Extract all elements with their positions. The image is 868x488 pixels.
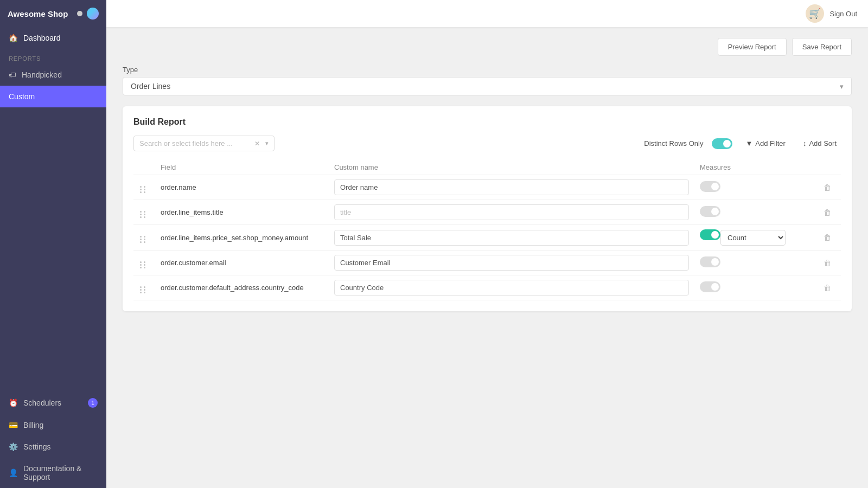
fields-search-box[interactable]: Search or select fields here ... ✕ ▾ xyxy=(133,136,275,151)
sidebar-item-schedulers[interactable]: ⏰ Schedulers 1 xyxy=(0,391,106,414)
sidebar-item-dashboard[interactable]: 🏠 Dashboard xyxy=(0,27,106,49)
custom-name-input[interactable] xyxy=(334,255,689,271)
field-name: order.line_items.price_set.shop_money.am… xyxy=(155,225,329,251)
delete-row-button[interactable]: 🗑 xyxy=(821,231,833,244)
measures-toggle-off[interactable] xyxy=(700,181,720,192)
sidebar-item-handpicked[interactable]: 🏷 Handpicked xyxy=(0,64,106,86)
delete-row-button[interactable]: 🗑 xyxy=(821,256,833,269)
fields-tbody: order.name🗑 order.line_items.title🗑 orde… xyxy=(133,175,841,300)
sidebar-item-billing[interactable]: 💳 Billing xyxy=(0,414,106,436)
sidebar: Awesome Shop 🏠 Dashboard REPORTS 🏷 Handp… xyxy=(0,0,106,488)
sidebar-item-label: Documentation & Support xyxy=(23,464,98,481)
tag-icon: 🏷 xyxy=(9,70,16,79)
measures-cell xyxy=(694,251,814,275)
custom-name-input[interactable] xyxy=(334,179,689,195)
drag-handle[interactable] xyxy=(133,251,155,275)
sidebar-item-custom[interactable]: Custom xyxy=(0,86,106,107)
custom-name-cell xyxy=(329,225,694,251)
search-dropdown-arrow-icon[interactable]: ▾ xyxy=(265,140,269,147)
measures-cell: CountSumAvgMinMax xyxy=(694,225,814,251)
home-icon: 🏠 xyxy=(9,34,18,42)
col-header-drag xyxy=(133,160,155,175)
build-report-title: Build Report xyxy=(133,117,841,127)
custom-name-input[interactable] xyxy=(334,230,689,246)
build-report-card: Build Report Search or select fields her… xyxy=(123,106,852,311)
delete-cell: 🗑 xyxy=(814,275,841,300)
custom-name-cell xyxy=(329,200,694,225)
custom-name-cell xyxy=(329,251,694,275)
measures-toggle-off[interactable] xyxy=(700,281,720,292)
measures-toggle-off[interactable] xyxy=(700,256,720,267)
delete-row-button[interactable]: 🗑 xyxy=(821,281,833,294)
col-header-field: Field xyxy=(155,160,329,175)
app-name: Awesome Shop xyxy=(8,9,73,18)
measures-cell xyxy=(694,175,814,200)
drag-handle[interactable] xyxy=(133,200,155,225)
drag-handle[interactable] xyxy=(133,175,155,200)
add-filter-button[interactable]: ▼ Add Filter xyxy=(741,137,790,150)
delete-cell: 🗑 xyxy=(814,200,841,225)
sidebar-section-reports: REPORTS xyxy=(0,49,106,64)
controls-right: Distinct Rows Only ▼ Add Filter ↕ Add So… xyxy=(644,137,841,150)
custom-name-input[interactable] xyxy=(334,204,689,220)
col-header-measures: Measures xyxy=(694,160,814,175)
delete-row-button[interactable]: 🗑 xyxy=(821,181,833,194)
content-area: Preview Report Save Report Type Order Li… xyxy=(106,27,868,488)
sidebar-item-label: Custom xyxy=(9,92,35,101)
field-name: order.customer.email xyxy=(155,251,329,275)
measures-toggle-off[interactable] xyxy=(700,206,720,217)
person-icon: 👤 xyxy=(9,468,18,477)
field-name: order.customer.default_address.country_c… xyxy=(155,275,329,300)
table-row: order.line_items.title🗑 xyxy=(133,200,841,225)
table-row: order.customer.default_address.country_c… xyxy=(133,275,841,300)
type-label: Type xyxy=(123,66,852,74)
custom-name-cell xyxy=(329,275,694,300)
delete-cell: 🗑 xyxy=(814,251,841,275)
sign-out-button[interactable]: Sign Out xyxy=(829,10,857,18)
filter-icon: ▼ xyxy=(745,139,752,147)
drag-handle[interactable] xyxy=(133,275,155,300)
measures-cell xyxy=(694,200,814,225)
action-row: Preview Report Save Report xyxy=(123,38,852,56)
custom-name-input[interactable] xyxy=(334,280,689,296)
sidebar-item-label: Billing xyxy=(23,421,43,429)
clock-icon: ⏰ xyxy=(9,399,18,407)
globe-icon xyxy=(87,8,99,20)
chevron-down-icon: ▾ xyxy=(840,82,844,91)
add-sort-button[interactable]: ↕ Add Sort xyxy=(799,137,841,150)
measures-select[interactable]: CountSumAvgMinMax xyxy=(720,230,786,246)
sidebar-bottom: ⏰ Schedulers 1 💳 Billing ⚙️ Settings 👤 D… xyxy=(0,391,106,488)
drag-handle[interactable] xyxy=(133,225,155,251)
search-controls-row: Search or select fields here ... ✕ ▾ Dis… xyxy=(133,136,841,151)
table-header: Field Custom name Measures xyxy=(133,160,841,175)
table-row: order.customer.email🗑 xyxy=(133,251,841,275)
type-section: Type Order Lines ▾ xyxy=(123,66,852,95)
save-report-button[interactable]: Save Report xyxy=(792,38,852,56)
field-name: order.line_items.title xyxy=(155,200,329,225)
main-content: 🛒 Sign Out Preview Report Save Report Ty… xyxy=(106,0,868,488)
measures-cell xyxy=(694,275,814,300)
table-row: order.line_items.price_set.shop_money.am… xyxy=(133,225,841,251)
type-select[interactable]: Order Lines ▾ xyxy=(123,77,852,95)
sidebar-item-label: Settings xyxy=(23,442,51,451)
preview-report-button[interactable]: Preview Report xyxy=(718,38,787,56)
search-placeholder: Search or select fields here ... xyxy=(139,139,251,147)
delete-cell: 🗑 xyxy=(814,225,841,251)
measures-toggle-on[interactable] xyxy=(700,229,720,240)
type-value: Order Lines xyxy=(131,82,170,91)
sort-icon: ↕ xyxy=(803,139,807,147)
sidebar-item-label: Schedulers xyxy=(23,399,61,407)
field-name: order.name xyxy=(155,175,329,200)
avatar: 🛒 xyxy=(806,4,824,23)
distinct-rows-toggle[interactable] xyxy=(712,138,732,149)
sidebar-header: Awesome Shop xyxy=(0,0,106,27)
sidebar-item-docs[interactable]: 👤 Documentation & Support xyxy=(0,458,106,488)
sidebar-item-label: Dashboard xyxy=(23,34,61,42)
delete-row-button[interactable]: 🗑 xyxy=(821,206,833,219)
distinct-rows-label: Distinct Rows Only xyxy=(644,139,703,147)
sidebar-item-settings[interactable]: ⚙️ Settings xyxy=(0,436,106,458)
topbar: 🛒 Sign Out xyxy=(106,0,868,27)
gear-icon: ⚙️ xyxy=(9,442,18,451)
table-row: order.name🗑 xyxy=(133,175,841,200)
clear-search-button[interactable]: ✕ xyxy=(254,140,260,147)
